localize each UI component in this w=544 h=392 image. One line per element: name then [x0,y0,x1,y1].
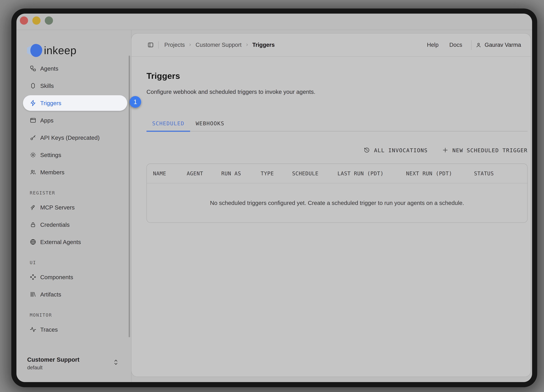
sidebar-item-label: Members [40,169,65,176]
column-header-name: NAME [153,171,166,176]
new-scheduled-trigger-label: NEW SCHEDULED TRIGGER [452,147,527,153]
library-icon [30,291,36,298]
sidebar: inkeep Agents Skills Triggers [17,30,131,382]
sidebar-item-components[interactable]: Components [23,269,127,285]
sidebar-section-ui: UI [30,260,127,265]
hexagon-icon [30,83,36,89]
sidebar-item-members[interactable]: Members [23,164,127,180]
column-header-schedule: SCHEDULE [292,171,319,176]
page-description: Configure webhook and scheduled triggers… [147,89,527,95]
column-header-agent: AGENT [187,171,203,176]
inkeep-logo-text: inkeep [44,44,77,57]
project-environment: default [27,365,123,371]
sidebar-item-credentials[interactable]: Credentials [23,217,127,232]
column-header-run-as: RUN AS [221,171,241,176]
sidebar-item-label: API Keys (Deprecated) [40,134,100,141]
history-icon [364,147,370,153]
sidebar-item-label: MCP Servers [40,204,75,211]
sidebar-item-label: Components [40,274,73,280]
chevron-right-icon [188,42,192,48]
plus-icon [442,147,448,153]
sidebar-item-settings[interactable]: Settings [23,147,127,163]
sidebar-item-label: Artifacts [40,291,61,298]
tab-webhooks[interactable]: WEBHOOKS [190,120,230,131]
sidebar-item-label: Credentials [40,221,70,228]
agents-icon [30,65,36,72]
breadcrumb-projects[interactable]: Projects [164,42,185,48]
users-icon [30,169,36,175]
sidebar-item-label: Traces [40,326,58,333]
table-actions: ALL INVOCATIONS NEW SCHEDULED TRIGGER [147,147,527,153]
close-window-button[interactable] [20,17,28,25]
sidebar-item-api-keys[interactable]: API Keys (Deprecated) [23,130,127,145]
tab-bar: SCHEDULED WEBHOOKS [147,120,527,131]
chevrons-up-down-icon [113,359,119,366]
user-name: Gaurav Varma [485,42,521,48]
user-menu[interactable]: Gaurav Varma [476,42,521,48]
sidebar-item-external-agents[interactable]: External Agents [23,234,127,250]
column-header-type: TYPE [261,171,274,176]
sidebar-section-monitor: MONITOR [30,312,127,318]
components-icon [30,274,36,280]
sidebar-item-triggers[interactable]: Triggers [23,95,127,111]
window-content: inkeep Agents Skills Triggers [17,14,532,382]
zoom-window-button[interactable] [45,17,53,25]
main-panel: Projects Customer Support Triggers Help … [131,33,531,377]
docs-link[interactable]: Docs [449,42,462,48]
column-header-last-run: LAST RUN (PDT) [337,171,384,176]
empty-state-message: No scheduled triggers configured yet. Cr… [210,200,464,206]
breadcrumb-triggers: Triggers [252,42,275,48]
globe-icon [30,239,36,245]
panel-body: Triggers Configure webhook and scheduled… [131,71,531,223]
mcp-icon [30,204,36,211]
minimize-window-button[interactable] [32,17,41,25]
project-switcher[interactable]: Customer Support default [27,356,123,371]
sidebar-section-register: REGISTER [30,190,127,196]
window-titlebar [17,14,532,30]
app-window: inkeep Agents Skills Triggers [11,8,537,387]
column-header-next-run: NEXT RUN (PDT) [406,171,452,176]
chevron-right-icon [245,42,249,48]
tab-scheduled[interactable]: SCHEDULED [147,120,190,132]
header-separator [471,40,472,50]
sidebar-item-apps[interactable]: Apps [23,113,127,128]
column-header-status: STATUS [474,171,494,176]
sidebar-item-label: Triggers [40,100,61,107]
sidebar-nav: Agents Skills Triggers Apps [17,61,131,337]
activity-icon [30,326,36,333]
sidebar-toggle-button[interactable] [147,42,154,48]
sidebar-item-label: Apps [40,117,53,124]
project-name: Customer Support [27,356,123,363]
header-actions: Help Docs Gaurav Varma [416,40,521,50]
sidebar-item-agents[interactable]: Agents [23,61,127,76]
new-scheduled-trigger-button[interactable]: NEW SCHEDULED TRIGGER [442,147,527,153]
gear-icon [30,152,36,158]
help-link[interactable]: Help [427,42,438,48]
inkeep-logo-icon [27,43,41,58]
breadcrumb-customer-support[interactable]: Customer Support [196,42,242,48]
all-invocations-label: ALL INVOCATIONS [374,147,428,153]
sidebar-item-skills[interactable]: Skills [23,78,127,94]
all-invocations-button[interactable]: ALL INVOCATIONS [364,147,428,153]
panel-header: Projects Customer Support Triggers Help … [131,33,531,57]
sidebar-item-artifacts[interactable]: Artifacts [23,286,127,302]
inkeep-logo: inkeep [27,43,131,58]
page-title: Triggers [147,71,527,81]
sidebar-item-label: Agents [40,65,58,72]
table-header-row: NAME AGENT RUN AS TYPE SCHEDULE LAST RUN… [147,164,527,183]
lock-icon [30,221,36,228]
user-icon [476,42,482,48]
app-window-icon [30,117,36,124]
sidebar-item-label: Skills [40,82,54,89]
sidebar-item-traces[interactable]: Traces [23,322,127,337]
breadcrumb: Projects Customer Support Triggers [164,42,275,48]
annotation-step-badge: 1 [130,96,141,108]
sidebar-item-label: External Agents [40,238,81,245]
sidebar-item-label: Settings [40,152,61,158]
sidebar-scrollbar[interactable] [129,56,130,337]
zap-icon [30,100,36,106]
key-icon [30,134,36,141]
sidebar-item-mcp-servers[interactable]: MCP Servers [23,200,127,215]
scheduled-triggers-table: NAME AGENT RUN AS TYPE SCHEDULE LAST RUN… [147,164,527,223]
table-body: No scheduled triggers configured yet. Cr… [147,183,527,222]
